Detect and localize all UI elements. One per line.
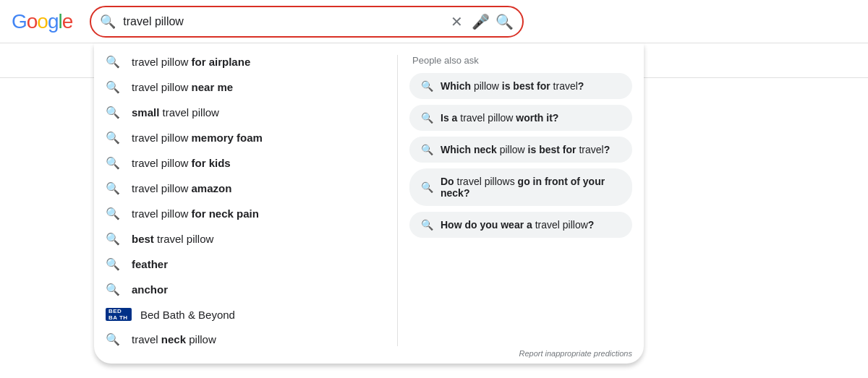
suggestion-text-6: travel pillow amazon <box>132 182 231 194</box>
ask-text-2: Is a travel pillow worth it? <box>441 112 558 124</box>
ask-text-5: How do you wear a travel pillow? <box>441 219 594 231</box>
logo-g: G <box>12 10 27 33</box>
suggestions-column: 🔍 travel pillow for airplane 🔍 travel pi… <box>94 49 397 352</box>
suggestion-search-icon-3: 🔍 <box>106 106 120 119</box>
suggestion-search-icon-10: 🔍 <box>106 283 120 296</box>
ask-icon-2: 🔍 <box>421 112 433 124</box>
suggestion-8[interactable]: 🔍 best travel pillow <box>94 226 397 252</box>
search-left-icon: 🔍 <box>100 14 116 30</box>
ask-icon-4: 🔍 <box>421 181 433 193</box>
suggestion-2[interactable]: 🔍 travel pillow near me <box>94 74 397 100</box>
ask-text-4: Do travel pillows go in front of your ne… <box>441 176 621 199</box>
suggestion-text-2: travel pillow near me <box>132 81 233 93</box>
google-logo: Google <box>12 10 72 33</box>
suggestion-search-icon-12: 🔍 <box>106 332 120 346</box>
search-bar[interactable]: 🔍 ✕ 🎤 🔍 <box>90 6 524 38</box>
suggestion-search-icon-1: 🔍 <box>106 55 120 69</box>
ask-item-1[interactable]: 🔍 Which pillow is best for travel? <box>409 73 632 99</box>
suggestion-3[interactable]: 🔍 small travel pillow <box>94 100 397 125</box>
suggestion-4[interactable]: 🔍 travel pillow memory foam <box>94 125 397 150</box>
suggestion-search-icon-8: 🔍 <box>106 232 120 246</box>
report-link[interactable]: Report inappropriate predictions <box>519 349 632 358</box>
logo-e: e <box>62 10 73 33</box>
suggestion-text-11: Bed Bath & Beyond <box>140 309 235 321</box>
suggestion-text-7: travel pillow for neck pain <box>132 207 259 220</box>
suggestion-text-8: best travel pillow <box>132 233 213 245</box>
logo-o1: o <box>27 10 38 33</box>
suggestion-9[interactable]: 🔍 feather <box>94 252 397 277</box>
logo-o2: o <box>37 10 48 33</box>
ask-icon-1: 🔍 <box>421 80 433 92</box>
suggestion-search-icon-4: 🔍 <box>106 131 120 145</box>
suggestion-11-bb[interactable]: BED BA TH Bed Bath & Beyond <box>94 302 397 327</box>
suggestion-search-icon-9: 🔍 <box>106 257 120 271</box>
suggestion-12[interactable]: 🔍 travel neck pillow <box>94 327 397 352</box>
suggestion-search-icon-2: 🔍 <box>106 80 120 94</box>
suggestion-text-9: feather <box>132 258 168 270</box>
ask-item-4[interactable]: 🔍 Do travel pillows go in front of your … <box>409 168 632 206</box>
search-input[interactable] <box>123 15 451 28</box>
suggestion-1[interactable]: 🔍 travel pillow for airplane <box>94 49 397 74</box>
ask-text-3: Which neck pillow is best for travel? <box>441 144 610 155</box>
suggestion-search-icon-6: 🔍 <box>106 181 120 195</box>
ask-text-1: Which pillow is best for travel? <box>441 80 584 92</box>
suggestion-text-3: small travel pillow <box>132 106 219 119</box>
suggestion-text-1: travel pillow for airplane <box>132 56 250 68</box>
suggestion-search-icon-5: 🔍 <box>106 156 120 170</box>
autocomplete-dropdown: 🔍 travel pillow for airplane 🔍 travel pi… <box>94 43 644 364</box>
bed-bath-logo: BED BA TH <box>106 308 132 321</box>
ask-item-5[interactable]: 🔍 How do you wear a travel pillow? <box>409 212 632 238</box>
suggestion-10[interactable]: 🔍 anchor <box>94 277 397 302</box>
ask-icon-5: 🔍 <box>421 219 433 231</box>
search-bar-container: 🔍 ✕ 🎤 🔍 <box>90 6 524 38</box>
suggestion-text-10: anchor <box>132 283 168 296</box>
clear-icon[interactable]: ✕ <box>451 13 463 30</box>
ask-item-3[interactable]: 🔍 Which neck pillow is best for travel? <box>409 137 632 163</box>
search-button-icon[interactable]: 🔍 <box>495 13 514 30</box>
suggestion-text-12: travel neck pillow <box>132 333 216 345</box>
voice-icon[interactable]: 🎤 <box>472 13 490 30</box>
ask-item-2[interactable]: 🔍 Is a travel pillow worth it? <box>409 105 632 131</box>
suggestion-5[interactable]: 🔍 travel pillow for kids <box>94 150 397 176</box>
header: Google 🔍 ✕ 🎤 🔍 <box>0 0 868 43</box>
suggestion-search-icon-7: 🔍 <box>106 207 120 220</box>
suggestion-7[interactable]: 🔍 travel pillow for neck pain <box>94 201 397 226</box>
suggestion-text-4: travel pillow memory foam <box>132 132 263 144</box>
logo-g2: g <box>48 10 59 33</box>
suggestion-text-5: travel pillow for kids <box>132 157 231 169</box>
ask-icon-3: 🔍 <box>421 144 433 155</box>
suggestion-6[interactable]: 🔍 travel pillow amazon <box>94 176 397 201</box>
people-also-ask-column: People also ask 🔍 Which pillow is best f… <box>398 49 644 352</box>
people-also-ask-label: People also ask <box>409 55 632 66</box>
